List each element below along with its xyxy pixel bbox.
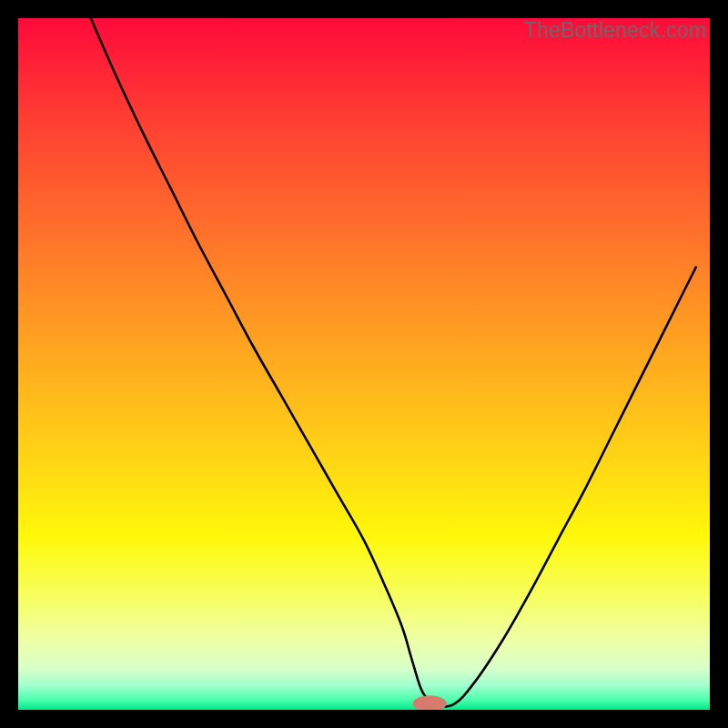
optimum-marker	[413, 696, 446, 710]
chart-frame: TheBottleneck.com	[18, 18, 710, 710]
gradient-background	[18, 18, 710, 710]
watermark-text: TheBottleneck.com	[524, 18, 706, 43]
bottleneck-chart	[18, 18, 710, 710]
